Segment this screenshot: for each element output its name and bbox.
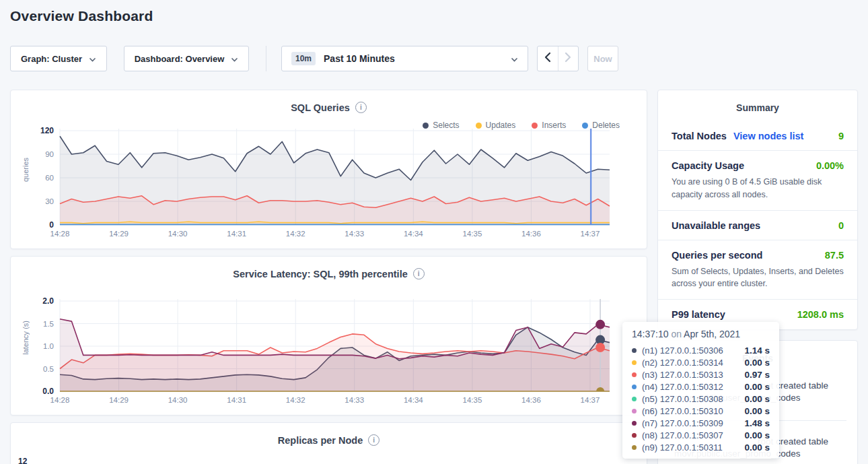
- x-tick-label: 14:30: [168, 230, 188, 238]
- stat-value: 87.5: [825, 250, 844, 261]
- tooltip-row: (n6) 127.0.0.1:503100.00 s: [632, 405, 770, 417]
- info-icon[interactable]: i: [413, 268, 425, 279]
- summary-stat: Total NodesView nodes list9: [658, 121, 857, 150]
- summary-stat: Unavailable ranges0: [658, 210, 857, 240]
- node-color-dot: [632, 360, 637, 365]
- tooltip-row: (n9) 127.0.0.1:503110.00 s: [632, 441, 770, 453]
- node-latency-value: 0.00 s: [744, 430, 770, 440]
- replicas-chart-title: Replicas per Node: [278, 435, 363, 446]
- x-tick-label: 14:32: [286, 230, 305, 238]
- node-address: (n3) 127.0.0.1:50313: [642, 370, 739, 380]
- node-address: (n7) 127.0.0.1:50309: [642, 418, 739, 428]
- x-tick-label: 14:28: [50, 396, 70, 404]
- x-tick-label: 14:29: [109, 230, 129, 238]
- summary-stat-row: P99 latency1208.0 ms: [672, 309, 844, 320]
- chevron-left-icon: [544, 52, 551, 65]
- latency-chart-title: Service Latency: SQL, 99th percentile: [233, 269, 408, 279]
- node-latency-value: 0.00 s: [744, 394, 770, 404]
- node-address: (n6) 127.0.0.1:50310: [642, 406, 739, 416]
- summary-stat-row: Capacity Usage0.00%: [672, 160, 844, 171]
- x-tick-label: 14:33: [345, 396, 364, 404]
- sql-queries-chart[interactable]: 14:2814:2914:3014:3114:3214:3314:3414:35…: [11, 127, 648, 240]
- x-tick-label: 14:31: [227, 230, 246, 238]
- summary-stats: Total NodesView nodes list9Capacity Usag…: [658, 121, 857, 329]
- node-color-dot: [632, 397, 637, 401]
- time-range-dropdown[interactable]: 10m Past 10 Minutes: [281, 46, 528, 71]
- stat-description: Sum of Selects, Updates, Inserts, and De…: [672, 265, 844, 291]
- node-color-dot: [632, 445, 637, 450]
- node-color-dot: [632, 372, 637, 377]
- stat-label: Total Nodes: [672, 131, 727, 141]
- sql-queries-card: SQL Queries i SelectsUpdatesInsertsDelet…: [10, 90, 647, 249]
- tooltip-row: (n1) 127.0.0.1:503061.14 s: [632, 344, 770, 356]
- node-address: (n1) 127.0.0.1:50306: [642, 345, 739, 356]
- node-address: (n4) 127.0.0.1:50312: [642, 382, 739, 392]
- time-step-buttons: [537, 46, 579, 71]
- time-next-button[interactable]: [558, 46, 579, 71]
- tooltip-row: (n7) 127.0.0.1:503091.48 s: [632, 417, 770, 429]
- service-latency-card: Service Latency: SQL, 99th percentile i …: [10, 256, 647, 416]
- dashboard-dropdown-label: Dashboard: Overview: [135, 54, 225, 64]
- service-latency-chart[interactable]: 14:2814:2914:3014:3114:3214:3314:3414:35…: [11, 294, 648, 406]
- info-icon[interactable]: i: [368, 434, 379, 446]
- summary-stat-row: Queries per second87.5: [672, 250, 844, 261]
- node-latency-value: 1.48 s: [744, 418, 770, 428]
- stat-label: Unavailable ranges: [672, 220, 760, 231]
- node-color-dot: [632, 348, 637, 353]
- dashboard-dropdown[interactable]: Dashboard: Overview: [124, 46, 249, 71]
- node-color-dot: [632, 433, 637, 438]
- y-tick-label: 90: [45, 150, 54, 158]
- x-tick-label: 14:32: [286, 396, 305, 404]
- chart-tooltip: 14:37:10 on Apr 5th, 2021 (n1) 127.0.0.1…: [622, 322, 779, 459]
- stat-value: 9: [838, 131, 844, 141]
- node-latency-value: 0.00 s: [744, 442, 770, 453]
- tooltip-row: (n2) 127.0.0.1:503140.00 s: [632, 356, 770, 368]
- stat-value: 0.00%: [816, 160, 844, 171]
- replicas-per-node-card: Replicas per Node i 12: [10, 422, 647, 464]
- info-icon[interactable]: i: [355, 102, 367, 113]
- y-tick-label: 60: [45, 174, 54, 182]
- node-color-dot: [632, 421, 637, 426]
- overview-dashboard-page: Overview Dashboard Graph: Cluster Dashbo…: [0, 0, 868, 464]
- x-tick-label: 14:34: [404, 396, 423, 404]
- node-address: (n5) 127.0.0.1:50308: [642, 394, 739, 404]
- y-tick-label: 2.0: [42, 296, 54, 306]
- summary-stat: Capacity Usage0.00%You are using 0 B of …: [658, 150, 857, 210]
- graph-dropdown-label: Graph: Cluster: [21, 54, 82, 64]
- sql-chart-title: SQL Queries: [291, 102, 350, 113]
- x-tick-label: 14:37: [581, 230, 600, 238]
- chevron-down-icon: [89, 54, 96, 64]
- tooltip-row: (n4) 127.0.0.1:503120.00 s: [632, 380, 770, 393]
- x-tick-label: 14:33: [345, 230, 364, 238]
- node-address: (n2) 127.0.0.1:50314: [642, 358, 739, 368]
- summary-stat-row: Unavailable ranges0: [672, 220, 844, 231]
- node-latency-value: 1.14 s: [744, 345, 770, 356]
- stat-description: You are using 0 B of 4.5 GiB usable disk…: [672, 176, 844, 201]
- summary-title: Summary: [658, 90, 857, 113]
- stat-label: Capacity Usage: [672, 160, 744, 171]
- time-prev-button[interactable]: [538, 46, 558, 71]
- y-tick-label: 0.0: [42, 387, 54, 396]
- y-tick-label: 0: [49, 220, 54, 230]
- node-color-dot: [632, 385, 637, 389]
- node-address: (n9) 127.0.0.1:50311: [642, 442, 739, 453]
- now-button[interactable]: Now: [587, 46, 618, 71]
- view-nodes-link[interactable]: View nodes list: [733, 131, 804, 141]
- graph-dropdown[interactable]: Graph: Cluster: [10, 46, 107, 71]
- replicas-y-tick: 12: [18, 457, 27, 464]
- stat-label: Queries per second: [672, 250, 762, 261]
- stat-value: 1208.0 ms: [797, 309, 844, 320]
- y-tick-label: 1.5: [43, 320, 54, 328]
- x-tick-label: 14:29: [109, 396, 129, 404]
- tooltip-row: (n8) 127.0.0.1:503070.00 s: [632, 429, 770, 441]
- x-tick-label: 14:37: [581, 396, 600, 404]
- x-tick-label: 14:31: [227, 396, 246, 404]
- node-color-dot: [632, 409, 637, 413]
- time-range-badge: 10m: [291, 52, 316, 65]
- x-tick-label: 14:35: [463, 396, 482, 404]
- node-latency-value: 0.00 s: [744, 358, 770, 368]
- x-tick-label: 14:36: [521, 396, 541, 404]
- x-tick-label: 14:36: [521, 230, 541, 238]
- summary-stat-row: Total NodesView nodes list9: [672, 131, 844, 141]
- y-tick-label: 1.0: [43, 342, 54, 350]
